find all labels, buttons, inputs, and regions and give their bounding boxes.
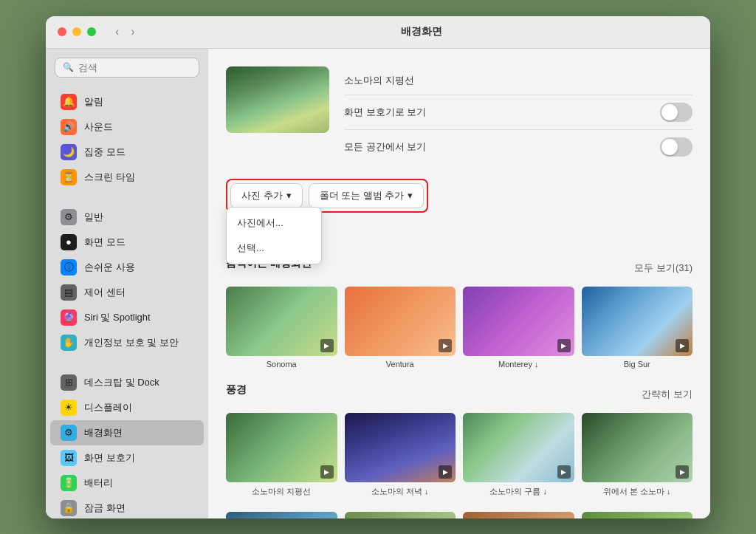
- thumb-item-cali-canyon[interactable]: ▶ 캘리포니아 카리조 플레인 ↓: [463, 512, 574, 518]
- landscape-section-title: 풍경: [226, 383, 247, 397]
- thumb-img-river: ▶: [226, 512, 337, 518]
- play-icon-3: ▶: [557, 339, 571, 352]
- dropdown-item-select[interactable]: 선택...: [227, 236, 321, 261]
- maximize-button[interactable]: [87, 27, 96, 36]
- toggle-knob-2: [662, 139, 678, 155]
- sidebar-item-general[interactable]: ⚙ 일반: [50, 205, 204, 230]
- chevron-down-icon-2: ▾: [408, 190, 413, 201]
- wallpaper-name-row: 소노마의 지평선: [344, 66, 693, 95]
- play-icon: ▶: [320, 339, 334, 352]
- sidebar-item-siri[interactable]: 🔮 Siri 및 Spotlight: [50, 305, 204, 330]
- add-photo-container: 사진 추가 ▾ 폴더 또는 앨범 추가 ▾ 사진에서... 선택...: [226, 179, 428, 213]
- add-photo-dropdown: 사진에서... 선택...: [226, 207, 322, 264]
- sidebar-item-label: 디스플레이: [84, 401, 132, 414]
- sidebar-item-label: 집중 모드: [84, 146, 126, 159]
- sidebar-item-displays[interactable]: ☀ 디스플레이: [50, 395, 204, 420]
- back-button[interactable]: ‹: [111, 24, 123, 40]
- play-icon-e: ▶: [439, 465, 452, 479]
- sidebar-item-privacy[interactable]: ✋ 개인정보 보호 및 보안: [50, 330, 204, 355]
- thumb-item-eve[interactable]: ▶ 소노마의 저녁 ↓: [345, 413, 456, 497]
- thumb-label-eve: 소노마의 저녁 ↓: [371, 486, 429, 497]
- thumb-item-river[interactable]: ▶ 소노마의 강 ↓: [226, 512, 337, 518]
- search-icon: 🔍: [63, 62, 74, 72]
- minimize-button[interactable]: [72, 27, 81, 36]
- thumb-item-bigsur[interactable]: ▶ Big Sur: [582, 287, 693, 369]
- close-button[interactable]: [58, 27, 66, 36]
- sidebar-item-label: 알림: [84, 95, 103, 109]
- thumb-item-horizon[interactable]: ▶ 소노마의 지평선: [226, 413, 337, 497]
- red-outline-box: 사진 추가 ▾ 폴더 또는 앨범 추가 ▾ 사진에서... 선택...: [226, 179, 428, 213]
- screensaver-label: 화면 보호기로 보기: [344, 106, 426, 119]
- add-folder-button[interactable]: 폴더 또는 앨범 추가 ▾: [309, 183, 425, 208]
- thumb-img-monterey: ▶: [463, 287, 574, 356]
- sidebar-item-label: 배경화면: [84, 426, 123, 439]
- allspaces-label: 모든 공간에서 보기: [344, 140, 426, 154]
- wallpaper-icon: ⚙: [61, 425, 77, 441]
- sidebar-item-label: Siri 및 Spotlight: [84, 311, 151, 324]
- thumb-label-bigsur: Big Sur: [624, 360, 650, 369]
- thumb-img-horizon: ▶: [226, 413, 337, 482]
- thumb-img-sonoma: ▶: [226, 287, 337, 356]
- add-photo-button[interactable]: 사진 추가 ▾: [230, 183, 303, 208]
- thumb-img-bigsur: ▶: [582, 287, 693, 356]
- sidebar-item-focus[interactable]: 🌙 집중 모드: [50, 140, 204, 165]
- sidebar-item-label: 일반: [84, 210, 103, 224]
- screensaver-toggle-row: 화면 보호기로 보기: [344, 95, 693, 130]
- landscape-section-header: 풍경 간략히 보기: [226, 383, 693, 405]
- thumb-item-cali-wild[interactable]: ▶ 캘리포니아의 야생화 ↓: [582, 512, 693, 518]
- displays-icon: ☀: [61, 400, 77, 416]
- thumb-item-sonoma[interactable]: ▶ Sonoma: [226, 287, 337, 369]
- thumb-item-cloud[interactable]: ▶ 소노마의 구름 ↓: [463, 413, 574, 497]
- sidebar-section-3: ⊞ 데스크탑 및 Dock ☀ 디스플레이 ⚙ 배경화면 🖼 화면 보호기 🔋: [46, 367, 208, 518]
- sidebar-item-control[interactable]: ▤ 제어 센터: [50, 280, 204, 305]
- top-section: 소노마의 지평선 화면 보호기로 보기 모든 공간에서 보기: [226, 66, 693, 164]
- search-input[interactable]: [78, 62, 191, 73]
- play-icon-c: ▶: [557, 465, 571, 479]
- sidebar-item-battery[interactable]: 🔋 배터리: [50, 470, 204, 496]
- sidebar-item-desktopdock[interactable]: ⊞ 데스크탑 및 Dock: [50, 370, 204, 395]
- screensaver-toggle[interactable]: [660, 103, 693, 122]
- sidebar-item-screentime[interactable]: ⏳ 스크린 타임: [50, 165, 204, 190]
- focus-icon: 🌙: [61, 144, 77, 160]
- sidebar-item-sound[interactable]: 🔊 사운드: [50, 114, 204, 140]
- landscape-grid-row1: ▶ 소노마의 지평선 ▶ 소노마의 저녁 ↓ ▶ 소노: [226, 413, 693, 497]
- sidebar-item-accessibility[interactable]: ⓘ 손쉬운 사용: [50, 255, 204, 280]
- sidebar-item-wallpaper[interactable]: ⚙ 배경화면: [50, 420, 204, 445]
- thumb-item-aerial[interactable]: ▶ 위에서 본 소노마 ↓: [582, 413, 693, 497]
- settings-panel: 소노마의 지평선 화면 보호기로 보기 모든 공간에서 보기: [344, 66, 693, 164]
- thumb-img-eve: ▶: [345, 413, 456, 482]
- sidebar-item-label: 잠금 화면: [84, 502, 126, 515]
- sidebar-item-screensaver[interactable]: 🖼 화면 보호기: [50, 445, 204, 470]
- allspaces-toggle[interactable]: [660, 137, 693, 157]
- add-folder-label: 폴더 또는 앨범 추가: [320, 189, 405, 202]
- wallpaper-preview[interactable]: [226, 66, 329, 133]
- allspaces-toggle-row: 모든 공간에서 보기: [344, 130, 693, 164]
- thumb-item-ventura[interactable]: ▶ Ventura: [345, 287, 456, 369]
- window-title: 배경화면: [145, 25, 698, 38]
- thumb-img-cloud: ▶: [463, 413, 574, 482]
- sidebar-item-displaymode[interactable]: ● 화면 모드: [50, 230, 204, 255]
- sidebar-item-label: 화면 보호기: [84, 451, 135, 465]
- chevron-down-icon: ▾: [286, 190, 292, 201]
- see-all-button[interactable]: 모두 보기(31): [634, 261, 693, 275]
- desktopdock-icon: ⊞: [61, 374, 77, 391]
- thumb-item-monterey[interactable]: ▶ Monterey ↓: [463, 287, 574, 369]
- thumb-img-ventura: ▶: [345, 287, 456, 356]
- search-box[interactable]: 🔍: [55, 58, 199, 78]
- dropdown-item-photos[interactable]: 사진에서...: [227, 210, 321, 236]
- sidebar-item-label: 제어 센터: [84, 286, 126, 299]
- thumb-item-california[interactable]: ▶ 캘리포니아 탐블러 산맥 ↓: [345, 512, 456, 518]
- screensaver-icon: 🖼: [61, 450, 77, 466]
- forward-button[interactable]: ›: [126, 24, 139, 40]
- sidebar-item-alerts[interactable]: 🔔 알림: [50, 89, 204, 114]
- collapse-button[interactable]: 간략히 보기: [642, 388, 693, 401]
- sidebar-item-label: 배터리: [84, 476, 113, 490]
- sidebar-item-lockscreen[interactable]: 🔒 잠금 화면: [50, 496, 204, 518]
- lockscreen-icon: 🔒: [61, 500, 77, 516]
- sidebar-section-2: ⚙ 일반 ● 화면 모드 ⓘ 손쉬운 사용 ▤ 제어 센터 🔮 Siri: [46, 202, 208, 358]
- thumb-label-aerial: 위에서 본 소노마 ↓: [603, 486, 671, 497]
- thumb-label-horizon: 소노마의 지평선: [252, 486, 311, 497]
- alerts-icon: 🔔: [61, 94, 77, 110]
- play-icon-a: ▶: [676, 465, 689, 479]
- moving-thumbnails-grid: ▶ Sonoma ▶ Ventura ▶ Monter: [226, 287, 693, 369]
